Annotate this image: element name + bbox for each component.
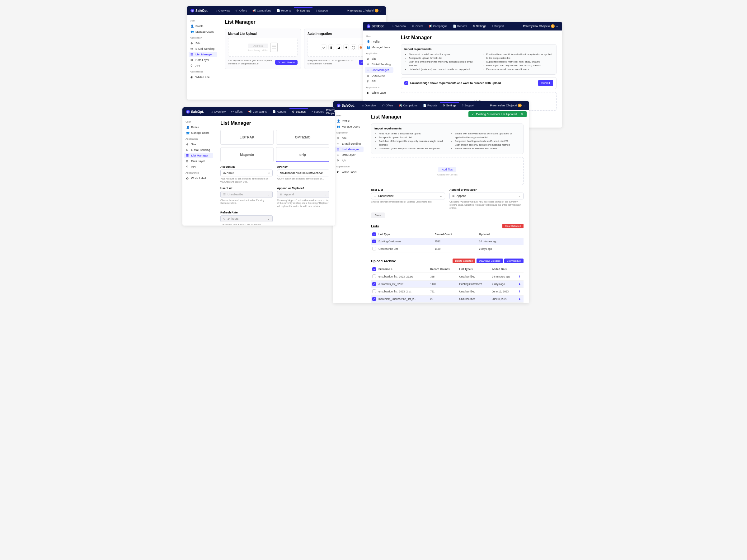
nav-offers[interactable]: 🏷Offers bbox=[233, 8, 249, 14]
sidebar-item-e-mail-sending[interactable]: ✉E-Mail Sending bbox=[335, 141, 364, 146]
integration-tile-magento[interactable]: Magento bbox=[221, 147, 274, 162]
sidebar-item-profile[interactable]: 👤Profile bbox=[189, 23, 217, 29]
sidebar-item-manage-users[interactable]: 👥Manage Users bbox=[184, 130, 213, 136]
sidebar-item-list-manager[interactable]: ☰List Manager bbox=[335, 146, 364, 152]
nav-reports[interactable]: 📄Reports bbox=[270, 109, 289, 114]
row-checkbox[interactable] bbox=[372, 247, 376, 250]
sidebar-item-manage-users[interactable]: 👥Manage Users bbox=[335, 124, 364, 129]
table-row[interactable]: Unsubscribe List11392 days ago bbox=[371, 245, 523, 253]
clear-icon[interactable]: ⊗ bbox=[267, 171, 270, 175]
submit-button[interactable]: Submit bbox=[538, 80, 553, 86]
sidebar-item-list-manager[interactable]: ☰List Manager bbox=[184, 153, 213, 158]
account-id-input[interactable]: 3778042⊗ bbox=[221, 169, 273, 177]
userlist-select[interactable]: ☰Unsubscribe⌄ bbox=[371, 193, 445, 199]
sidebar-item-site[interactable]: ⊕Site bbox=[189, 41, 217, 46]
table-row[interactable]: ✓Existing Customers451224 minutes ago bbox=[371, 238, 523, 245]
integration-tile-drip[interactable]: drip bbox=[276, 147, 329, 162]
sidebar-item-white-label[interactable]: ◐White Label bbox=[335, 169, 364, 175]
add-files-button[interactable]: Add files bbox=[438, 167, 457, 172]
nav-campaigns[interactable]: 📢Campaigns bbox=[396, 103, 420, 108]
sidebar-item-profile[interactable]: 👤Profile bbox=[184, 125, 213, 130]
nav-campaigns[interactable]: 📢Campaigns bbox=[426, 23, 450, 29]
sidebar-item-list-manager[interactable]: ☰List Manager bbox=[365, 67, 393, 73]
user-menu[interactable]: Przemyslaw ChojeckiP⌄ bbox=[523, 24, 558, 28]
sidebar-item-api[interactable]: ⚲API bbox=[335, 158, 364, 163]
sidebar-item-api[interactable]: ⚲API bbox=[189, 63, 217, 69]
download-all-button[interactable]: Download All bbox=[504, 259, 523, 263]
select-all-checkbox[interactable]: – bbox=[372, 232, 376, 236]
sidebar-item-profile[interactable]: 👤Profile bbox=[365, 39, 393, 45]
nav-settings[interactable]: ⚙Settings bbox=[440, 102, 459, 108]
sidebar-item-list-manager[interactable]: ☰List Manager bbox=[189, 52, 217, 57]
nav-support[interactable]: ?Support bbox=[489, 23, 507, 29]
nav-settings[interactable]: ⚙Settings bbox=[289, 108, 308, 114]
ack-checkbox-label[interactable]: ✓I acknowledge above requirements and wa… bbox=[404, 81, 501, 85]
row-checkbox[interactable] bbox=[372, 289, 376, 293]
sidebar-item-manage-users[interactable]: 👥Manage Users bbox=[365, 45, 393, 50]
clear-selected-button[interactable]: Clear Selected bbox=[503, 224, 523, 229]
sidebar-item-data-layer[interactable]: ⊞Data Layer bbox=[365, 73, 393, 78]
nav-campaigns[interactable]: 📢Campaigns bbox=[246, 109, 269, 114]
download-icon[interactable]: ⬇ bbox=[518, 283, 521, 286]
save-button[interactable]: Save bbox=[371, 212, 385, 218]
nav-settings[interactable]: ⚙Settings bbox=[294, 7, 312, 14]
close-icon[interactable]: ✕ bbox=[521, 113, 523, 116]
nav-overview[interactable]: ⌂Overview bbox=[360, 103, 379, 108]
nav-settings[interactable]: ⚙Settings bbox=[470, 23, 489, 29]
user-menu[interactable]: Przemyslaw ChojeckiP⌄ bbox=[326, 109, 335, 115]
sidebar-item-manage-users[interactable]: 👥Manage Users bbox=[189, 29, 217, 34]
nav-support[interactable]: ?Support bbox=[309, 109, 326, 114]
sidebar-item-site[interactable]: ⊕Site bbox=[184, 141, 213, 147]
sidebar-item-data-layer[interactable]: ⊞Data Layer bbox=[189, 57, 217, 63]
logo[interactable]: ◎SafeOpt. bbox=[337, 104, 355, 107]
sidebar-item-api[interactable]: ⚲API bbox=[184, 164, 213, 169]
sidebar-item-api[interactable]: ⚲API bbox=[365, 78, 393, 84]
append-select[interactable]: ⊕Append⌄ bbox=[449, 193, 523, 199]
api-key-input[interactable]: ab449dadd4786e20066bc54eae4f bbox=[277, 169, 329, 177]
download-selected-button[interactable]: Download Selected bbox=[476, 259, 503, 263]
nav-support[interactable]: ?Support bbox=[459, 103, 477, 108]
nav-reports[interactable]: 📄Reports bbox=[420, 103, 440, 108]
table-row[interactable]: ✓mailchimp_unsubscribe_list_2...25Unsubs… bbox=[371, 296, 523, 303]
nav-overview[interactable]: ⌂Overview bbox=[213, 8, 232, 14]
table-row[interactable]: unsubscribe_list_2023_22.txt365Unsubscri… bbox=[371, 273, 523, 281]
logo[interactable]: ◎SafeOpt. bbox=[367, 24, 384, 28]
user-menu[interactable]: Przemyslaw ChojeckiP⌄ bbox=[490, 104, 525, 107]
user-menu[interactable]: Przemyslaw ChojeckiP⌄ bbox=[347, 9, 382, 12]
nav-offers[interactable]: 🏷Offers bbox=[229, 109, 245, 114]
row-checkbox[interactable]: ✓ bbox=[372, 297, 376, 301]
download-icon[interactable]: ⬇ bbox=[518, 290, 521, 293]
file-dropzone[interactable]: Add files Accepts only .txt files bbox=[371, 157, 523, 185]
sidebar-item-data-layer[interactable]: ⊞Data Layer bbox=[335, 152, 364, 158]
nav-overview[interactable]: ⌂Overview bbox=[389, 23, 409, 29]
sidebar-item-site[interactable]: ⊕Site bbox=[335, 135, 364, 141]
checkbox-icon[interactable]: ✓ bbox=[404, 81, 408, 85]
nav-reports[interactable]: 📄Reports bbox=[450, 23, 470, 29]
sidebar-item-e-mail-sending[interactable]: ✉E-Mail Sending bbox=[365, 61, 393, 67]
sidebar-item-e-mail-sending[interactable]: ✉E-Mail Sending bbox=[184, 147, 213, 153]
sidebar-item-profile[interactable]: 👤Profile bbox=[335, 118, 364, 124]
userlist-select[interactable]: ☰Unsubscribe⌄ bbox=[221, 191, 273, 198]
sidebar-item-white-label[interactable]: ◐White Label bbox=[184, 176, 213, 181]
nav-offers[interactable]: 🏷Offers bbox=[380, 103, 395, 108]
download-icon[interactable]: ⬇ bbox=[518, 275, 521, 278]
nav-offers[interactable]: 🏷Offers bbox=[409, 23, 426, 29]
table-row[interactable]: ✓customers_list_02.txt1139Existing Custo… bbox=[371, 281, 523, 288]
integration-tile-listrak[interactable]: LISTRAK bbox=[221, 130, 274, 145]
nav-reports[interactable]: 📄Reports bbox=[274, 8, 293, 14]
row-checkbox[interactable]: ✓ bbox=[372, 282, 376, 286]
sort-icon[interactable]: ⇅ bbox=[505, 268, 507, 270]
nav-campaigns[interactable]: 📢Campaigns bbox=[250, 8, 274, 14]
row-checkbox[interactable] bbox=[372, 274, 376, 278]
sidebar-item-white-label[interactable]: ◐White Label bbox=[189, 74, 217, 80]
sidebar-item-white-label[interactable]: ◐White Label bbox=[365, 90, 393, 96]
table-row[interactable]: ✓shop_customers_list.txt87Existing Custo… bbox=[371, 303, 523, 303]
sidebar-item-data-layer[interactable]: ⊞Data Layer bbox=[184, 158, 213, 164]
row-checkbox[interactable]: ✓ bbox=[372, 240, 376, 243]
refresh-select[interactable]: ↻24 hours⌄ bbox=[221, 215, 273, 222]
sidebar-item-site[interactable]: ⊕Site bbox=[365, 56, 393, 61]
table-row[interactable]: unsubscribe_list_2023_2.txt761Unsubscrib… bbox=[371, 288, 523, 296]
sidebar-item-e-mail-sending[interactable]: ✉E-Mail Sending bbox=[189, 46, 217, 52]
logo[interactable]: ◎SafeOpt. bbox=[186, 110, 204, 113]
append-select[interactable]: ⊕Append⌄ bbox=[277, 191, 329, 198]
